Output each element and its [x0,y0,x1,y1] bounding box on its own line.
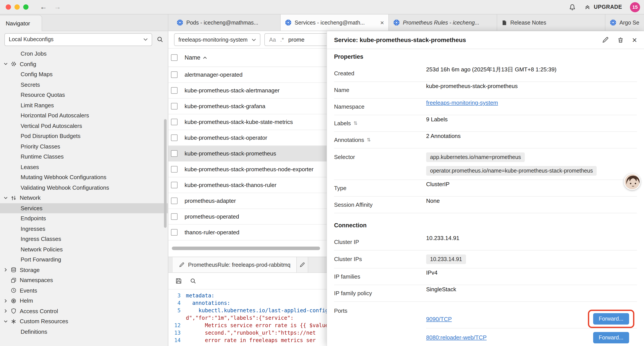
row-checkbox[interactable] [171,119,178,125]
close-tab-icon[interactable]: × [380,19,384,26]
sidebar-item[interactable]: Horizontal Pod Autoscalers [0,110,168,121]
chevron-right-icon [3,298,10,304]
regex-toggle[interactable]: .* [280,36,284,43]
edit-icon[interactable] [602,36,609,43]
search-query[interactable]: prome [288,36,304,43]
row-checkbox[interactable] [171,71,178,78]
kubernetes-icon [177,19,183,26]
sidebar-item[interactable]: Endpoints [0,213,168,224]
editor-search-icon[interactable] [190,278,196,284]
sidebar-item[interactable]: Port Forwarding [0,255,168,265]
forward-button[interactable]: Forward... [593,313,629,325]
row-checkbox[interactable] [171,150,178,157]
code-text[interactable]: metadata: [186,292,214,300]
dock-tab-next[interactable] [297,257,308,272]
sidebar-item[interactable]: Secrets [0,79,168,90]
row-checkbox[interactable] [171,198,178,204]
user-avatar[interactable] [624,173,640,190]
navigator-sidebar: Navigator Local Kubeconfigs [0,14,168,346]
select-all-checkbox[interactable] [171,54,178,61]
sidebar-item[interactable]: Custom Resources [0,316,168,327]
sidebar-item[interactable]: Helm [0,296,168,306]
kubeconfig-selector[interactable]: Local Kubeconfigs [4,33,152,46]
match-case-toggle[interactable]: Aa [269,36,276,43]
sidebar-item[interactable]: Network Policies [0,244,168,255]
sidebar-item[interactable]: Ingress Classes [0,234,168,244]
sort-toggle-icon[interactable]: ⇅ [354,120,358,126]
back-button[interactable]: ← [40,3,47,10]
notifications-bell-icon[interactable] [569,4,576,10]
sidebar-item[interactable]: Runtime Classes [0,152,168,162]
code-text[interactable]: annotations: [186,300,230,307]
close-icon[interactable]: × [632,36,637,44]
close-window-button[interactable] [6,4,11,10]
row-checkbox[interactable] [171,213,178,220]
sidebar-item[interactable]: Definitions [0,327,168,337]
sidebar-item[interactable]: Vertical Pod Autoscalers [0,121,168,131]
sidebar-item-label: Runtime Classes [20,153,64,160]
sidebar-item[interactable]: Mutating Webhook Configurations [0,172,168,182]
row-checkbox[interactable] [171,134,178,141]
save-icon[interactable] [175,278,182,284]
sidebar-item-label: Limit Ranges [20,102,54,109]
sidebar-item[interactable]: Ingresses [0,224,168,234]
row-checkbox[interactable] [171,103,178,109]
dock-tab-prometheusrule[interactable]: PrometheusRule: freeleaps-prod-rabbitmq [173,257,297,272]
editor-tab[interactable]: Pods - icecheng@mathmas... × [172,14,280,31]
sidebar-item[interactable]: Events [0,285,168,296]
network-icon [10,195,20,201]
sidebar-item[interactable]: Pod Disruption Budgets [0,131,168,141]
port-link[interactable]: 9090/TCP [426,316,452,322]
upgrade-button[interactable]: UPGRADE [584,4,622,10]
sidebar-item[interactable]: Services [0,203,168,213]
sidebar-item[interactable]: Priority Classes [0,141,168,152]
tab-label: Argo Se [620,19,640,26]
sidebar-item[interactable]: Validating Webhook Configurations [0,182,168,193]
section-heading-properties: Properties [334,49,637,60]
property-label: IP families [334,273,360,280]
sidebar-scrollbar[interactable] [164,119,166,228]
code-text[interactable]: Metrics service error rate is {{ $value [186,322,328,329]
sidebar-item[interactable]: Limit Ranges [0,100,168,110]
zoom-window-button[interactable] [23,4,28,10]
sidebar-item[interactable]: Leases [0,162,168,172]
name-column-header[interactable]: Name [184,54,200,61]
editor-tab[interactable]: Prometheus Rules - icecheng... × [389,14,497,31]
row-checkbox[interactable] [171,229,178,236]
row-checkbox[interactable] [171,182,178,188]
sidebar-item[interactable]: Network [0,193,168,203]
search-icon[interactable] [156,36,164,43]
editor-tab[interactable]: Services - icecheng@math... × [280,14,389,31]
delete-icon[interactable] [617,36,624,43]
sidebar-item[interactable]: Resource Quotas [0,90,168,100]
sidebar-item-label: Mutating Webhook Configurations [20,174,106,181]
editor-tab[interactable]: Release Notes × [497,14,606,31]
sidebar-item[interactable]: Cron Jobs [0,49,168,59]
service-name: kube-prometheus-stack-kube-state-metrics [184,119,293,125]
sidebar-item[interactable]: Access Control [0,306,168,316]
property-row: IP families ⇅ IPv4 [334,269,637,285]
forward-button[interactable]: → [54,3,61,10]
sidebar-item[interactable]: Namespaces [0,275,168,285]
sort-toggle-icon[interactable]: ⇅ [367,137,371,143]
sidebar-item-label: Custom Resources [20,318,68,325]
minimize-window-button[interactable] [14,4,20,10]
code-text[interactable]: error rate in freeleaps metrics ser [186,337,316,344]
sort-ascending-icon[interactable] [203,56,207,59]
row-checkbox[interactable] [171,166,178,173]
selector-chip: operator.prometheus.io/name=kube-prometh… [426,166,597,176]
namespace-selector[interactable]: freeleaps-monitoring-system [174,33,260,46]
port-link[interactable]: 8080:reloader-web/TCP [426,334,486,341]
sidebar-item[interactable]: Config [0,59,168,69]
property-row: Cluster IPs ⇅ 10.233.14.91 [334,251,637,269]
forward-button[interactable]: Forward... [593,332,629,343]
editor-tab[interactable]: Argo Se × [606,14,644,31]
notification-count-badge[interactable]: 15 [630,2,640,12]
code-text[interactable]: d","for":"1m","labels":{"service": [186,315,294,322]
horizontal-scrollbar[interactable] [172,247,320,250]
sidebar-item[interactable]: Storage [0,265,168,275]
sidebar-item[interactable]: Config Maps [0,69,168,79]
row-checkbox[interactable] [171,87,178,94]
chevron-down-icon [3,319,10,324]
code-text[interactable]: second.","runbook_url":"https://net [186,329,316,337]
